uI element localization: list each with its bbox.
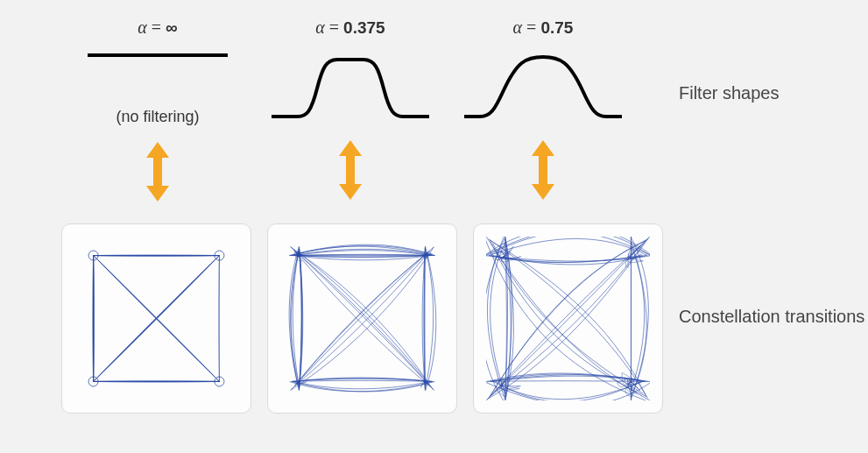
- col-alpha-inf: α = ∞ (no filtering): [70, 18, 245, 202]
- svg-marker-1: [146, 142, 169, 202]
- filter-shape-flat: [70, 46, 245, 103]
- constellation-plot-0375: [280, 237, 444, 400]
- col-alpha-075: α = 0.75: [455, 18, 631, 200]
- double-arrow-icon: [530, 140, 556, 200]
- svg-marker-3: [532, 140, 554, 200]
- side-label-constellation: Constellation transitions: [679, 307, 864, 327]
- diagram-root: α = ∞ (no filtering) α = 0.375 α = 0.: [0, 0, 868, 453]
- alpha-value-3: 0.75: [540, 18, 573, 37]
- double-arrow-icon: [337, 140, 363, 200]
- constellation-row: [61, 223, 663, 414]
- side-label-filter: Filter shapes: [679, 83, 780, 103]
- alpha-value-1: ∞: [166, 18, 178, 37]
- constellation-card-inf: [61, 223, 251, 414]
- alpha-value-2: 0.375: [343, 18, 385, 37]
- constellation-plot-075: [486, 237, 650, 400]
- filter-shape-rc-075: [455, 46, 631, 124]
- constellation-plot-inf: [74, 237, 238, 400]
- alpha-label-2: α = 0.375: [263, 18, 438, 38]
- constellation-card-0375: [267, 223, 457, 414]
- svg-marker-2: [339, 140, 362, 200]
- constellation-card-075: [473, 223, 663, 414]
- double-arrow-icon: [145, 142, 171, 202]
- filter-shape-rc-0375: [263, 46, 438, 124]
- alpha-label-1: α = ∞: [70, 18, 245, 38]
- alpha-label-3: α = 0.75: [455, 18, 631, 38]
- col-alpha-0375: α = 0.375: [263, 18, 438, 200]
- no-filtering-label: (no filtering): [70, 108, 245, 126]
